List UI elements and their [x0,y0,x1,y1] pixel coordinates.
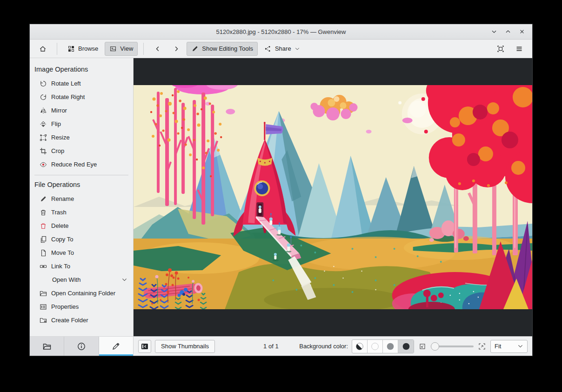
delete-icon [40,222,47,230]
zoom-slider-handle[interactable] [431,342,439,351]
hamburger-icon [515,45,523,53]
sidebar-tabs [30,336,133,356]
sidebar-item-mirror[interactable]: Mirror [30,104,133,117]
sidebar-item-rotate-right[interactable]: Rotate Right [30,90,133,104]
zoom-mode-select[interactable]: Fit [490,340,528,353]
tab-operations[interactable] [99,337,133,356]
browse-label: Browse [78,45,98,52]
background-color-label: Background color: [299,343,348,350]
white-circle-icon [370,341,380,352]
half-circle-icon [355,341,365,352]
chevron-down-icon [294,46,300,52]
browse-button[interactable]: Browse [63,42,103,56]
folder-open-icon [40,290,47,297]
show-thumbnails-button[interactable]: Show Thumbnails [155,340,215,353]
operations-panel: Image Operations Rotate Left Rotate Righ… [30,58,133,336]
copy-icon [40,236,47,243]
gray-circle-icon [385,341,395,352]
sidebar: Image Operations Rotate Left Rotate Righ… [30,58,134,356]
zoom-mode-value: Fit [495,343,515,350]
fullscreen-button[interactable] [492,42,509,56]
sidebar-item-properties[interactable]: Properties [30,300,133,313]
sidebar-item-crop[interactable]: Crop [30,144,133,158]
sidebar-item-resize[interactable]: Resize [30,131,133,144]
menu-button[interactable] [511,42,528,56]
zoom-slider[interactable] [431,342,474,351]
section-divider [34,175,128,175]
sidebar-item-open-with[interactable]: Open With [30,273,133,286]
bg-auto-swatch[interactable] [352,340,368,353]
chevron-down-icon [517,343,523,349]
properties-icon [40,303,47,311]
tab-folders[interactable] [30,337,64,356]
pencil-icon [191,45,199,53]
image-view[interactable] [134,58,532,336]
close-button[interactable] [517,27,527,36]
maximize-icon [504,28,512,35]
share-label: Share [275,45,291,52]
sidebar-item-create-folder[interactable]: Create Folder [30,313,133,327]
chevron-right-icon [173,45,180,53]
sidebar-item-delete[interactable]: Delete [30,219,133,233]
background-color-group [352,339,414,353]
window-controls [489,27,532,36]
sidebar-item-flip[interactable]: Flip [30,117,133,131]
show-editing-tools-button[interactable]: Show Editing Tools [187,42,258,56]
bg-gray-swatch[interactable] [383,340,398,353]
tab-information[interactable] [64,337,99,356]
zoom-enlarge-button[interactable] [477,342,487,351]
image-content [134,85,532,309]
titlebar[interactable]: 5120x2880.jpg - 5120x2880 - 17% — Gwenvi… [30,24,532,40]
resize-icon [40,134,47,141]
browse-grid-icon [67,45,75,53]
statusbar: Show Thumbnails 1 of 1 Background color: [134,336,532,356]
sidebar-item-trash[interactable]: Trash [30,206,133,219]
mirror-icon [40,107,47,114]
toolbar: Browse View Show Editing Tools Share [30,40,532,58]
bg-white-swatch[interactable] [368,340,383,353]
file-operations-title: File Operations [30,178,133,192]
toolbar-separator [143,43,144,55]
close-icon [518,28,526,35]
folder-new-icon [40,317,47,324]
red-eye-icon [40,161,47,168]
fullscreen-icon [497,45,504,53]
shrink-icon [419,343,426,350]
go-back-button[interactable] [149,42,166,56]
document-icon [40,249,47,257]
edit-pencil-icon [111,342,120,351]
info-icon [77,342,86,351]
image-operations-title: Image Operations [30,63,133,77]
sidebar-item-copy-to[interactable]: Copy To [30,233,133,246]
sidebar-item-link-to[interactable]: Link To [30,259,133,273]
share-icon [264,45,272,53]
bg-black-swatch[interactable] [398,340,414,353]
folder-icon [42,342,52,351]
share-button[interactable]: Share [260,42,305,56]
gwenview-window: 5120x2880.jpg - 5120x2880 - 17% — Gwenvi… [30,24,532,356]
home-icon [39,45,47,53]
toggle-sidebar-button[interactable] [138,340,151,353]
image-counter: 1 of 1 [263,343,279,350]
sidebar-item-move-to[interactable]: Move To [30,246,133,259]
sidebar-item-reduce-red-eye[interactable]: Reduce Red Eye [30,158,133,171]
chevron-left-icon [154,45,161,53]
rotate-right-icon [40,93,47,101]
sidebar-item-open-containing-folder[interactable]: Open Containing Folder [30,286,133,300]
sidebar-item-rename[interactable]: Rename [30,192,133,206]
show-editing-tools-label: Show Editing Tools [202,45,253,52]
sidebar-item-rotate-left[interactable]: Rotate Left [30,77,133,90]
zoom-fit-button[interactable] [418,342,427,351]
black-circle-icon [401,341,411,352]
crop-icon [40,147,47,155]
maximize-button[interactable] [503,27,513,36]
view-photo-icon [109,45,117,53]
minimize-button[interactable] [489,27,499,36]
go-forward-button[interactable] [168,42,185,56]
rotate-left-icon [40,80,47,87]
home-button[interactable] [34,42,51,56]
view-button[interactable]: View [105,42,138,56]
window-title: 5120x2880.jpg - 5120x2880 - 17% — Gwenvi… [30,28,532,35]
flip-icon [40,120,47,128]
enlarge-icon [478,343,486,350]
